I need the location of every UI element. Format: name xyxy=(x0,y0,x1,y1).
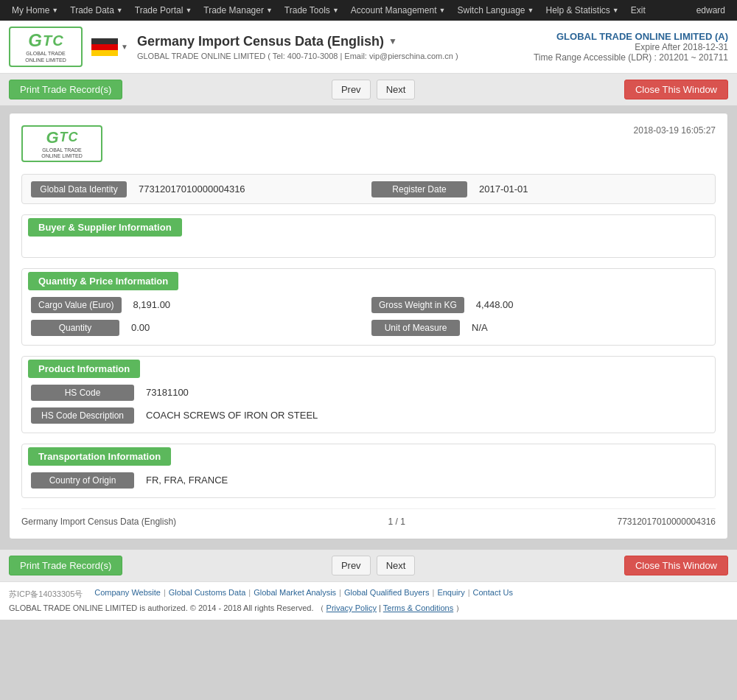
page-title-area: Germany Import Census Data (English) ▼ G… xyxy=(137,34,534,60)
hs-code-label: HS Code xyxy=(31,385,134,401)
record-footer-page: 1 / 1 xyxy=(388,517,405,527)
transportation-section: Transportation Information Country of Or… xyxy=(21,444,716,498)
footer-copyright: GLOBAL TRADE ONLINE LIMITED is authorize… xyxy=(9,603,728,614)
footer-links: Company Website | Global Customs Data | … xyxy=(94,588,513,597)
quantity-label: Quantity xyxy=(31,320,119,336)
footer-terms-conditions[interactable]: Terms & Conditions xyxy=(383,603,453,612)
unit-of-measure-value: N/A xyxy=(466,319,706,336)
nav-trade-portal[interactable]: Trade Portal ▼ xyxy=(129,0,198,21)
register-date-value: 2017-01-01 xyxy=(473,181,706,197)
footer-company-website[interactable]: Company Website xyxy=(94,588,161,597)
cargo-value-value: 8,191.00 xyxy=(128,296,366,313)
footer-global-qualified-buyers[interactable]: Global Qualified Buyers xyxy=(344,588,430,597)
nav-account-management[interactable]: Account Management ▼ xyxy=(345,0,452,21)
flag-dropdown-arrow[interactable]: ▼ xyxy=(121,43,128,51)
gross-weight-value: 4,448.00 xyxy=(470,296,706,313)
gross-weight-label: Gross Weight in KG xyxy=(371,297,464,313)
close-button-top[interactable]: Close This Window xyxy=(624,80,728,99)
prev-button-top[interactable]: Prev xyxy=(332,80,371,99)
country-flag-area[interactable]: ▼ xyxy=(91,38,128,56)
identity-row: Global Data Identity 7731201701000000431… xyxy=(21,174,716,204)
nav-trade-manager[interactable]: Trade Manager ▼ xyxy=(198,0,279,21)
record-logo: G T C GLOBAL TRADEONLINE LIMITED xyxy=(21,125,102,162)
record-footer-id: 77312017010000004316 xyxy=(618,517,716,527)
page-footer: 苏ICP备14033305号 Company Website | Global … xyxy=(0,581,737,620)
print-button-top[interactable]: Print Trade Record(s) xyxy=(9,80,122,99)
company-logo: G T C GLOBAL TRADEONLINE LIMITED xyxy=(9,27,83,67)
expire-date: Expire After 2018-12-31 xyxy=(534,42,728,52)
hs-code-value: 73181100 xyxy=(140,384,706,401)
nav-help-statistics[interactable]: Help & Statistics ▼ xyxy=(539,0,624,21)
page-header: G T C GLOBAL TRADEONLINE LIMITED ▼ Germa… xyxy=(0,21,737,74)
hs-code-row: HS Code 73181100 xyxy=(31,384,706,401)
quantity-price-title: Quantity & Price Information xyxy=(28,272,178,290)
account-company-name: GLOBAL TRADE ONLINE LIMITED (A) xyxy=(534,31,728,42)
quantity-price-row-2: Quantity 0.00 Unit of Measure N/A xyxy=(31,319,706,336)
next-button-bottom[interactable]: Next xyxy=(377,556,416,575)
quantity-price-section: Quantity & Price Information Cargo Value… xyxy=(21,268,716,346)
product-section: Product Information HS Code 73181100 HS … xyxy=(21,356,716,433)
global-data-identity-label: Global Data Identity xyxy=(31,181,127,197)
footer-global-market-analysis[interactable]: Global Market Analysis xyxy=(254,588,336,597)
hs-code-desc-value: COACH SCREWS OF IRON OR STEEL xyxy=(140,407,706,424)
nav-my-home[interactable]: My Home ▼ xyxy=(6,0,64,21)
footer-privacy-policy[interactable]: Privacy Policy xyxy=(326,603,377,612)
title-dropdown-arrow[interactable]: ▼ xyxy=(388,36,397,46)
hs-code-desc-row: HS Code Description COACH SCREWS OF IRON… xyxy=(31,407,706,424)
buyer-supplier-section: Buyer & Supplier Information xyxy=(21,214,716,258)
close-button-bottom[interactable]: Close This Window xyxy=(624,556,728,575)
register-date-label: Register Date xyxy=(371,181,467,197)
cargo-value-label: Cargo Value (Euro) xyxy=(31,297,122,313)
country-of-origin-row: Country of Origin FR, FRA, FRANCE xyxy=(31,472,706,489)
top-navigation: My Home ▼ Trade Data ▼ Trade Portal ▼ Tr… xyxy=(0,0,737,21)
record-footer-title: Germany Import Census Data (English) xyxy=(21,517,176,527)
nav-exit[interactable]: Exit xyxy=(625,0,652,21)
quantity-price-row-1: Cargo Value (Euro) 8,191.00 Gross Weight… xyxy=(31,296,706,313)
print-button-bottom[interactable]: Print Trade Record(s) xyxy=(9,556,122,575)
logo-area: G T C GLOBAL TRADEONLINE LIMITED xyxy=(9,27,83,67)
prev-button-bottom[interactable]: Prev xyxy=(332,556,371,575)
time-range: Time Range Accessible (LDR) : 201201 ~ 2… xyxy=(534,52,728,63)
footer-enquiry[interactable]: Enquiry xyxy=(437,588,464,597)
record-timestamp: 2018-03-19 16:05:27 xyxy=(634,125,716,136)
main-content: G T C GLOBAL TRADEONLINE LIMITED 2018-03… xyxy=(0,105,737,550)
country-of-origin-value: FR, FRA, FRANCE xyxy=(140,472,706,489)
nav-trade-data[interactable]: Trade Data ▼ xyxy=(64,0,129,21)
record-header: G T C GLOBAL TRADEONLINE LIMITED 2018-03… xyxy=(21,125,716,162)
bottom-action-bar: Print Trade Record(s) Prev Next Close Th… xyxy=(0,550,737,581)
page-title: Germany Import Census Data (English) ▼ xyxy=(137,34,534,49)
transportation-title: Transportation Information xyxy=(28,447,171,466)
page-subtitle: GLOBAL TRADE ONLINE LIMITED ( Tel: 400-7… xyxy=(137,52,534,60)
footer-global-customs-data[interactable]: Global Customs Data xyxy=(169,588,246,597)
quantity-value: 0.00 xyxy=(125,319,366,336)
header-right-info: GLOBAL TRADE ONLINE LIMITED (A) Expire A… xyxy=(534,31,728,63)
nav-trade-tools[interactable]: Trade Tools ▼ xyxy=(279,0,345,21)
top-action-bar: Print Trade Record(s) Prev Next Close Th… xyxy=(0,74,737,105)
user-name: edward xyxy=(691,5,731,15)
global-data-identity-value: 77312017010000004316 xyxy=(133,181,366,197)
nav-switch-language[interactable]: Switch Language ▼ xyxy=(451,0,539,21)
record-footer: Germany Import Census Data (English) 1 /… xyxy=(21,508,716,527)
record-card: G T C GLOBAL TRADEONLINE LIMITED 2018-03… xyxy=(9,113,728,539)
buyer-supplier-title: Buyer & Supplier Information xyxy=(28,218,182,237)
germany-flag xyxy=(91,38,118,56)
icp-number: 苏ICP备14033305号 xyxy=(9,589,83,600)
unit-of-measure-label: Unit of Measure xyxy=(371,320,460,336)
product-title: Product Information xyxy=(28,360,140,378)
country-of-origin-label: Country of Origin xyxy=(31,472,134,489)
footer-contact-us[interactable]: Contact Us xyxy=(473,588,513,597)
hs-code-desc-label: HS Code Description xyxy=(31,407,134,424)
next-button-top[interactable]: Next xyxy=(377,80,416,99)
